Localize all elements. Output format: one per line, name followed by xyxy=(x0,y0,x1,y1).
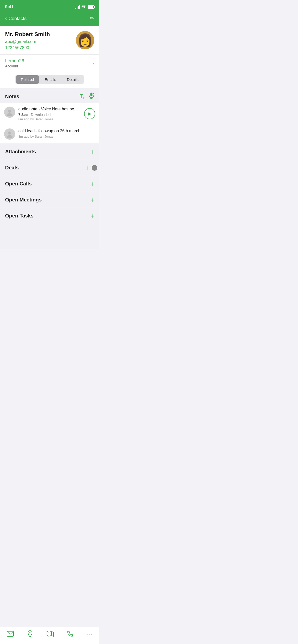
notes-card: audio note - Voice Note has be... 7 Sec … xyxy=(0,103,99,143)
note-title: cold lead - followup on 26th march xyxy=(18,128,95,134)
back-arrow-icon: ‹ xyxy=(5,15,7,22)
account-info: Lemon26 Account xyxy=(5,58,24,68)
deals-add-button[interactable]: + xyxy=(85,165,89,171)
avatar xyxy=(76,31,94,49)
svg-point-4 xyxy=(8,110,11,113)
svg-rect-0 xyxy=(90,93,92,96)
tab-related[interactable]: Related xyxy=(16,75,39,84)
open-meetings-add-button[interactable]: + xyxy=(90,197,94,203)
open-tasks-add-button[interactable]: + xyxy=(90,213,94,219)
note-time: 8m ago by Sarah Jonas xyxy=(18,117,81,121)
svg-point-7 xyxy=(7,135,12,138)
notes-title: Notes xyxy=(5,94,19,99)
tab-emails[interactable]: Emails xyxy=(39,75,61,84)
svg-point-5 xyxy=(7,113,12,116)
note-title: audio note - Voice Note has be... xyxy=(18,107,81,112)
note-item[interactable]: audio note - Voice Note has be... 7 Sec … xyxy=(0,103,99,125)
note-avatar xyxy=(4,107,15,118)
nav-back-label: Contacts xyxy=(8,16,26,21)
notes-header: Notes T+ + xyxy=(0,88,99,103)
attachments-title: Attachments xyxy=(5,149,36,155)
contact-phone[interactable]: 1234567890 xyxy=(5,45,76,50)
edit-button[interactable]: ✏ xyxy=(90,15,94,22)
battery-icon xyxy=(88,5,94,9)
audio-add-icon[interactable]: + xyxy=(89,92,94,100)
notes-actions: T+ + xyxy=(80,92,94,100)
nav-bar: ‹ Contacts ✏ xyxy=(0,13,99,26)
status-icons xyxy=(75,5,94,9)
play-button[interactable]: ▶ xyxy=(84,108,95,119)
open-calls-title: Open Calls xyxy=(5,181,32,187)
back-button[interactable]: ‹ Contacts xyxy=(5,15,26,22)
deals-section: Deals + xyxy=(0,160,99,176)
status-time: 9:41 xyxy=(5,4,14,9)
contact-details: Mr. Robert Smith abc@gmail.com 123456789… xyxy=(5,31,76,50)
note-avatar xyxy=(4,128,15,140)
signal-icon xyxy=(75,5,80,9)
contact-name: Mr. Robert Smith xyxy=(5,31,76,38)
note-meta: 7 Sec - Downloaded xyxy=(18,113,81,117)
contact-info-section: Mr. Robert Smith abc@gmail.com 123456789… xyxy=(0,26,99,54)
open-calls-section: Open Calls + xyxy=(0,176,99,192)
note-item[interactable]: cold lead - followup on 26th march 8m ag… xyxy=(0,125,99,143)
attachments-section: Attachments + xyxy=(0,144,99,160)
svg-point-6 xyxy=(8,131,11,135)
status-bar: 9:41 xyxy=(0,0,99,13)
note-time: 8m ago by Sarah Jonas xyxy=(18,135,95,138)
chevron-right-icon: › xyxy=(92,60,94,66)
avatar-image xyxy=(76,31,94,49)
note-content: audio note - Voice Note has be... 7 Sec … xyxy=(18,107,81,121)
segmented-control: Related Emails Details xyxy=(0,72,99,88)
wifi-icon xyxy=(82,5,86,9)
open-calls-add-button[interactable]: + xyxy=(90,181,94,187)
deals-title: Deals xyxy=(5,165,19,171)
open-meetings-section: Open Meetings + xyxy=(0,192,99,208)
scroll-indicator xyxy=(92,165,97,171)
account-row[interactable]: Lemon26 Account › xyxy=(0,54,99,72)
notes-section: Notes T+ + xyxy=(0,88,99,143)
svg-text:+: + xyxy=(93,92,94,95)
open-tasks-section: Open Tasks + xyxy=(0,208,99,224)
text-add-icon[interactable]: T+ xyxy=(80,93,85,100)
open-meetings-title: Open Meetings xyxy=(5,197,42,203)
note-content: cold lead - followup on 26th march 8m ag… xyxy=(18,128,95,138)
tab-group: Related Emails Details xyxy=(15,75,84,84)
tab-details[interactable]: Details xyxy=(62,75,84,84)
account-name: Lemon26 xyxy=(5,58,24,64)
open-tasks-title: Open Tasks xyxy=(5,213,34,219)
contact-email[interactable]: abc@gmail.com xyxy=(5,39,76,44)
content-area: Notes T+ + xyxy=(0,88,99,249)
account-label: Account xyxy=(5,64,24,68)
attachments-add-button[interactable]: + xyxy=(90,149,94,155)
